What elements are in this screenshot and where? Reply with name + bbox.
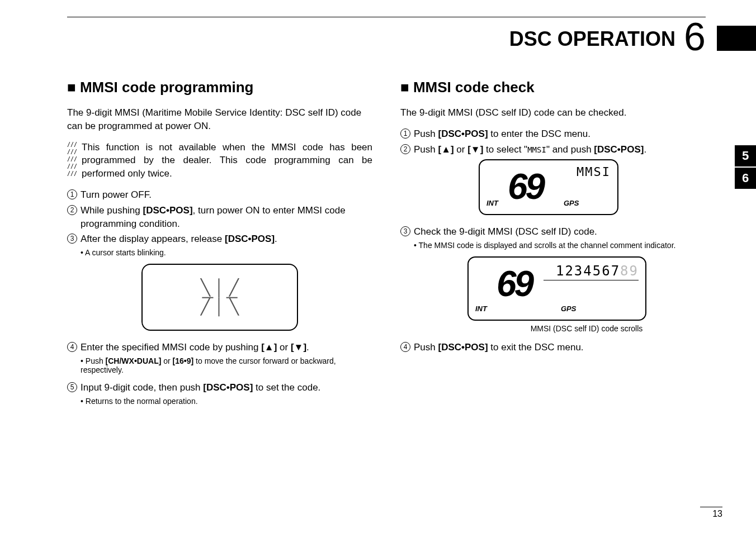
step-3: 3 Check the 9-digit MMSI (DSC self ID) c… [400, 225, 706, 239]
lcd-display-mmsi: INT 69 GPS MMSI [479, 159, 618, 215]
circle-num-icon: 1 [67, 189, 77, 199]
circle-num-icon: 4 [67, 342, 77, 352]
intro-text: The 9-digit MMSI (Maritime Mobile Servic… [67, 106, 372, 133]
sub-bullet: • The MMSI code is displayed and scrolls… [414, 241, 706, 250]
lcd-mmsi-label: MMSI [577, 165, 611, 179]
lcd-display-scroll: INT 69 GPS 123456789 [467, 256, 646, 321]
step-5: 5 Input 9-digit code, then push [DSC•POS… [67, 381, 372, 394]
circle-num-icon: 5 [67, 382, 77, 392]
intro-text: The 9-digit MMSI (DSC self ID) code can … [400, 106, 706, 120]
note-text: This function is not available when the … [82, 141, 372, 180]
circle-num-icon: 1 [400, 129, 410, 139]
lcd-int-label: INT [486, 199, 498, 207]
step-text: Push [DSC•POS] to enter the DSC menu. [414, 127, 590, 141]
step-text: While pushing [DSC•POS], turn power ON t… [81, 204, 372, 231]
lcd-caption: MMSI (DSC self ID) code scrolls [467, 324, 706, 333]
step-2: 2 While pushing [DSC•POS], turn power ON… [67, 204, 372, 231]
step-2: 2 Push [▲] or [▼] to select "MMSI" and p… [400, 143, 706, 156]
step-text: After the display appears, release [DSC•… [81, 232, 277, 246]
step-text: Enter the specified MMSI code by pushing… [81, 341, 309, 354]
sub-bullet: • A cursor starts blinking. [81, 248, 372, 257]
chapter-number: 6 [684, 17, 706, 56]
circle-num-icon: 3 [400, 226, 410, 236]
lcd-channel-number: 69 [497, 263, 532, 304]
chapter-marker [717, 26, 756, 51]
side-tab-6: 6 [735, 168, 756, 189]
step-text: Push [▲] or [▼] to select "MMSI" and pus… [414, 143, 646, 156]
step-text: Turn power OFF. [81, 188, 152, 202]
page-title: DSC OPERATION [509, 17, 675, 51]
section-title-check: ■ MMSI code check [400, 79, 706, 96]
circle-num-icon: 2 [67, 205, 77, 215]
step-text: Check the 9-digit MMSI (DSC self ID) cod… [414, 225, 597, 239]
lcd-scroll-digits: 123456789 [556, 263, 639, 279]
lcd-int-label: INT [475, 304, 487, 313]
sub-bullet: • Returns to the normal operation. [81, 397, 372, 406]
lcd-gps-label: GPS [564, 199, 579, 207]
lcd-display-cursor: ╲ │ ╱─ ─╱ │ ╲ [141, 264, 298, 331]
step-4: 4 Enter the specified MMSI code by pushi… [67, 341, 372, 354]
step-3: 3 After the display appears, release [DS… [67, 232, 372, 246]
sub-bullet: • Push [CH/WX•DUAL] or [16•9] to move th… [81, 356, 372, 374]
note-block: /// /// /// /// /// This function is not… [67, 141, 372, 180]
left-column: ■ MMSI code programming The 9-digit MMSI… [67, 79, 372, 412]
step-1: 1 Push [DSC•POS] to enter the DSC menu. [400, 127, 706, 141]
side-tabs: 5 6 [735, 145, 756, 190]
scroll-underline [544, 280, 639, 280]
right-column: ■ MMSI code check The 9-digit MMSI (DSC … [400, 79, 706, 412]
step-text: Push [DSC•POS] to exit the DSC menu. [414, 341, 584, 354]
circle-num-icon: 4 [400, 342, 410, 352]
section-title-programming: ■ MMSI code programming [67, 79, 372, 96]
step-text: Input 9-digit code, then push [DSC•POS] … [81, 381, 320, 394]
circle-num-icon: 2 [400, 144, 410, 154]
step-4: 4 Push [DSC•POS] to exit the DSC menu. [400, 341, 706, 354]
hash-icon: /// /// /// /// /// [67, 141, 77, 180]
lcd-channel-number: 69 [508, 166, 543, 207]
blinking-cursor-icon: ╲ │ ╱─ ─╱ │ ╲ [201, 283, 238, 311]
circle-num-icon: 3 [67, 234, 77, 244]
lcd-gps-label: GPS [561, 304, 576, 313]
page-number: 13 [700, 507, 722, 519]
step-1: 1 Turn power OFF. [67, 188, 372, 202]
side-tab-5: 5 [735, 145, 756, 166]
